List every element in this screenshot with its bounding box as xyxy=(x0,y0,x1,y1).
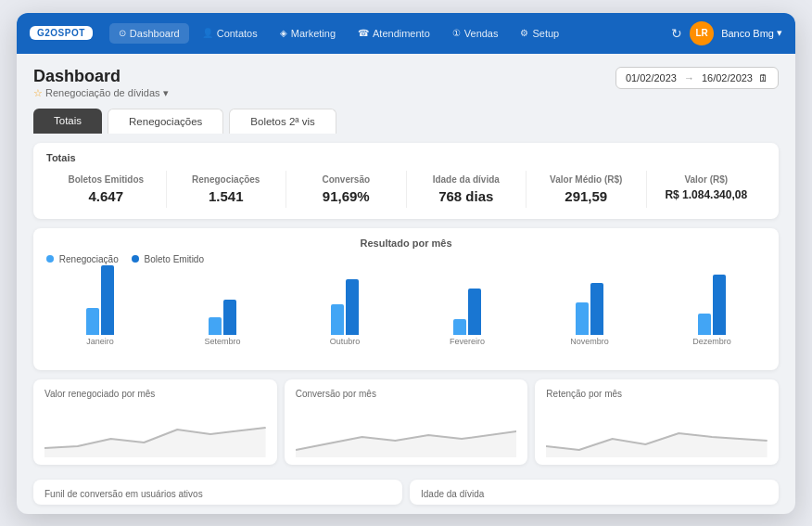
valor-medio-value: 291,59 xyxy=(532,188,641,204)
bar-label: Janeiro xyxy=(86,337,114,346)
bar-pair xyxy=(576,259,603,335)
mini-card-conversao: Conversão por mês xyxy=(285,379,528,465)
bar-pair xyxy=(698,259,726,335)
nav-marketing-label: Marketing xyxy=(291,28,336,39)
valor-medio-label: Valor Médio (R$) xyxy=(532,174,641,185)
star-icon: ☆ xyxy=(33,87,43,99)
header-row: Dashboard ☆ Renegociação de dívidas ▾ 01… xyxy=(33,67,779,99)
vendas-icon: ① xyxy=(452,28,461,38)
renegociacoes-label: Renegociações xyxy=(172,174,281,185)
bar-renegociacao xyxy=(576,302,589,335)
logo[interactable]: G2OSPOT xyxy=(30,26,93,40)
bar-boleto xyxy=(223,300,236,335)
nav-setup-label: Setup xyxy=(532,28,559,39)
bar-group: Outubro xyxy=(291,259,399,346)
mini-title-valor: Valor renegociado por mês xyxy=(44,389,266,399)
idade-label: Idade da dívida xyxy=(412,174,521,185)
mini-card-retencao: Retenção por mês xyxy=(535,379,779,465)
lower-title-funil: Funil de conversão em usuários ativos xyxy=(44,489,391,499)
bar-boleto xyxy=(346,279,359,335)
totals-card: Totais Boletos Emitidos 4.647 Renegociaç… xyxy=(33,143,779,219)
tab-totais[interactable]: Totais xyxy=(33,109,102,134)
svg-marker-0 xyxy=(44,428,266,457)
setup-icon: ⚙ xyxy=(520,28,528,38)
nav-right: ↻ LR Banco Bmg ▾ xyxy=(671,21,782,45)
tab-boletos[interactable]: Boletos 2ª vis xyxy=(229,109,336,134)
bar-renegociacao xyxy=(209,317,222,335)
bar-pair xyxy=(209,259,236,335)
bar-group: Fevereiro xyxy=(413,259,521,346)
sparkline-valor xyxy=(44,404,266,457)
bar-renegociacao xyxy=(698,314,711,335)
boletos-label: Boletos Emitidos xyxy=(52,174,160,185)
totals-col-idade: Idade da dívida 768 dias xyxy=(407,171,527,208)
bar-pair xyxy=(331,259,359,335)
totals-col-conversao: Conversão 91,69% xyxy=(286,171,407,208)
bar-renegociacao xyxy=(331,304,344,335)
bar-group: Janeiro xyxy=(46,259,154,346)
date-filter[interactable]: 01/02/2023 → 16/02/2023 🗓 xyxy=(615,67,779,89)
company-selector[interactable]: Banco Bmg ▾ xyxy=(721,27,782,39)
idade-value: 768 dias xyxy=(412,188,521,204)
calendar-icon: 🗓 xyxy=(758,72,768,83)
nav-contatos[interactable]: 👤 Contatos xyxy=(193,23,267,44)
bottom-row: Valor renegociado por mês Conversão por … xyxy=(33,379,779,465)
bar-pair xyxy=(86,259,114,335)
app-window: G2OSPOT ⊙ Dashboard 👤 Contatos ◈ Marketi… xyxy=(17,13,795,514)
chevron-down-icon: ▾ xyxy=(163,87,169,99)
tabs-row: Totais Renegociações Boletos 2ª vis xyxy=(33,109,779,134)
nav-dashboard-label: Dashboard xyxy=(130,28,180,39)
nav-items: ⊙ Dashboard 👤 Contatos ◈ Marketing ☎ Ate… xyxy=(109,23,671,44)
bar-label: Dezembro xyxy=(692,337,731,346)
conversao-value: 91,69% xyxy=(292,188,400,204)
lower-card-funil: Funil de conversão em usuários ativos xyxy=(33,480,402,505)
lower-card-idade: Idade da dívida xyxy=(410,480,779,505)
refresh-icon[interactable]: ↻ xyxy=(671,26,682,41)
date-start: 01/02/2023 xyxy=(626,72,677,83)
page-subtitle[interactable]: ☆ Renegociação de dívidas ▾ xyxy=(33,87,169,99)
totals-table: Boletos Emitidos 4.647 Renegociações 1.5… xyxy=(46,171,766,208)
nav-contatos-label: Contatos xyxy=(217,28,258,39)
page-title: Dashboard xyxy=(33,67,169,86)
totals-subtitle: Totais xyxy=(46,152,766,163)
boletos-value: 4.647 xyxy=(52,188,160,204)
avatar[interactable]: LR xyxy=(690,21,714,45)
bar-renegociacao xyxy=(453,319,466,335)
marketing-icon: ◈ xyxy=(280,28,287,38)
totals-col-valor: Valor (R$) R$ 1.084.340,08 xyxy=(647,171,767,208)
nav-vendas[interactable]: ① Vendas xyxy=(443,23,508,44)
valor-label: Valor (R$) xyxy=(653,174,761,185)
lower-title-idade: Idade da dívida xyxy=(421,489,768,499)
bar-label: Setembro xyxy=(204,337,240,346)
nav-atendimento[interactable]: ☎ Atendimento xyxy=(349,23,439,44)
mini-title-retencao: Retenção por mês xyxy=(546,389,768,399)
page-header: Dashboard ☆ Renegociação de dívidas ▾ xyxy=(33,67,169,99)
svg-marker-2 xyxy=(546,433,768,457)
bar-label: Outubro xyxy=(330,337,361,346)
bar-pair xyxy=(453,259,481,335)
bar-boleto xyxy=(468,289,481,335)
nav-dashboard[interactable]: ⊙ Dashboard xyxy=(109,23,189,44)
nav-marketing[interactable]: ◈ Marketing xyxy=(271,23,345,44)
nav-setup[interactable]: ⚙ Setup xyxy=(511,23,568,44)
chart-title: Resultado por mês xyxy=(46,237,766,249)
main-content: Dashboard ☆ Renegociação de dívidas ▾ 01… xyxy=(17,54,795,514)
totals-col-valor-medio: Valor Médio (R$) 291,59 xyxy=(527,171,647,208)
chevron-down-icon: ▾ xyxy=(777,27,782,39)
sparkline-svg-conversao xyxy=(296,411,517,457)
bar-boleto xyxy=(101,265,114,335)
bar-label: Fevereiro xyxy=(450,337,485,346)
contatos-icon: 👤 xyxy=(202,28,213,38)
navbar: G2OSPOT ⊙ Dashboard 👤 Contatos ◈ Marketi… xyxy=(17,13,795,54)
sparkline-conversao xyxy=(296,404,517,457)
tab-renegociacoes[interactable]: Renegociações xyxy=(108,109,223,134)
totals-col-boletos: Boletos Emitidos 4.647 xyxy=(46,171,167,208)
company-name: Banco Bmg xyxy=(721,28,774,39)
sparkline-retencao xyxy=(546,404,768,457)
mini-card-valor: Valor renegociado por mês xyxy=(33,379,277,465)
valor-value: R$ 1.084.340,08 xyxy=(653,188,761,201)
bar-boleto xyxy=(590,283,603,335)
bar-boleto xyxy=(713,275,726,335)
mini-title-conversao: Conversão por mês xyxy=(296,389,517,399)
dashboard-icon: ⊙ xyxy=(119,28,126,38)
